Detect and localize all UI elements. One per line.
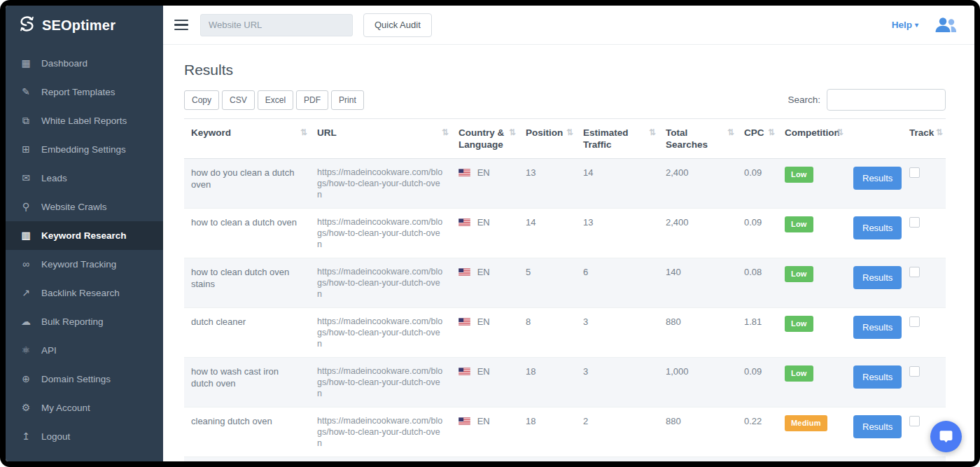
track-checkbox[interactable] [909, 167, 920, 178]
column-header-keyword[interactable]: Keyword⇅ [184, 119, 310, 159]
track-checkbox[interactable] [909, 217, 920, 228]
cpc-cell: 0.08 [737, 258, 778, 308]
hamburger-icon[interactable] [174, 20, 190, 31]
column-header-actions [846, 119, 902, 159]
sort-icon[interactable]: ⇅ [442, 127, 449, 139]
track-checkbox[interactable] [909, 366, 920, 377]
copy-export-button[interactable]: Copy [184, 90, 219, 110]
column-header-country-language[interactable]: Country & Language⇅ [451, 119, 519, 159]
column-header-total-searches[interactable]: Total Searches⇅ [659, 119, 737, 159]
column-header-cpc[interactable]: CPC⇅ [737, 119, 778, 159]
cpc-cell: 1.81 [737, 308, 778, 358]
website-url-input[interactable] [200, 14, 353, 36]
results-button[interactable]: Results [853, 216, 902, 239]
excel-export-button[interactable]: Excel [258, 90, 293, 110]
total-searches-cell: 2,400 [659, 159, 737, 209]
language-code: EN [477, 267, 490, 277]
track-cell [902, 358, 946, 407]
position-value: 14 [526, 217, 536, 228]
us-flag-icon [458, 268, 470, 276]
print-export-button[interactable]: Print [331, 90, 364, 110]
column-header-url[interactable]: URL⇅ [310, 119, 451, 159]
url-text: https://madeincookware.com/blogs/how-to-… [317, 216, 444, 250]
brand-logo[interactable]: SEOptimer [6, 6, 163, 45]
column-header-position[interactable]: Position⇅ [519, 119, 576, 159]
results-button[interactable]: Results [853, 365, 902, 389]
language-code: EN [477, 416, 490, 426]
search-input[interactable] [827, 89, 946, 111]
column-header-estimated-traffic[interactable]: Estimated Traffic⇅ [576, 119, 659, 159]
country-language-cell: EN [451, 209, 519, 258]
url-text: https://madeincookware.com/blogs/how-to-… [317, 266, 444, 300]
sidebar-item-dashboard[interactable]: ▦Dashboard [6, 49, 163, 78]
results-button[interactable]: Results [853, 316, 902, 339]
sidebar-item-label: White Label Reports [41, 115, 127, 127]
column-header-track[interactable]: Track⇅ [902, 119, 946, 159]
total-searches-cell: 2,400 [659, 209, 737, 258]
searches-value: 140 [666, 267, 681, 277]
position-cell: 5 [519, 258, 576, 308]
traffic-value: 14 [583, 167, 593, 178]
sort-icon[interactable]: ⇅ [300, 127, 307, 139]
sidebar-item-white-label-reports[interactable]: ⧉White Label Reports [6, 106, 163, 135]
estimated-traffic-cell: 13 [576, 209, 659, 258]
column-header-competition[interactable]: Competition⇅ [778, 119, 846, 159]
sidebar-item-keyword-research[interactable]: ▥Keyword Research [6, 221, 163, 250]
report-templates-icon: ✎ [20, 86, 32, 98]
sidebar-item-my-account[interactable]: ⚙My Account [6, 393, 163, 422]
sort-icon[interactable]: ⇅ [649, 127, 656, 139]
track-checkbox[interactable] [909, 267, 920, 277]
quick-audit-button[interactable]: Quick Audit [363, 13, 432, 37]
sort-icon[interactable]: ⇅ [727, 127, 734, 139]
country-language-cell: EN [451, 358, 519, 407]
topbar-right: Help ▾ [892, 16, 958, 34]
sidebar-item-keyword-tracking[interactable]: ∞Keyword Tracking [6, 250, 163, 279]
pdf-export-button[interactable]: PDF [296, 90, 328, 110]
sidebar-item-bulk-reporting[interactable]: ☁Bulk Reporting [6, 307, 163, 336]
sort-icon[interactable]: ⇅ [566, 127, 573, 139]
backlink-research-icon: ↗ [20, 287, 32, 299]
track-checkbox[interactable] [909, 416, 920, 426]
sort-icon[interactable]: ⇅ [936, 127, 943, 139]
position-cell: 14 [519, 209, 576, 258]
position-cell: 13 [519, 159, 576, 209]
sidebar-item-embedding-settings[interactable]: ⊞Embedding Settings [6, 135, 163, 164]
sidebar-item-leads[interactable]: ✉Leads [6, 164, 163, 193]
keyword-text: cleaning dutch oven [191, 416, 272, 426]
sort-icon[interactable]: ⇅ [768, 127, 775, 139]
track-cell [902, 308, 946, 358]
language-code: EN [477, 366, 490, 377]
sort-icon[interactable]: ⇅ [509, 127, 516, 139]
sidebar-item-website-crawls[interactable]: ⚲Website Crawls [6, 193, 163, 221]
country-language-cell: EN [451, 457, 519, 462]
total-searches-cell: 1,000 [659, 358, 737, 407]
sidebar-item-backlink-research[interactable]: ↗Backlink Research [6, 279, 163, 307]
sidebar-item-api[interactable]: ⚛API [6, 336, 163, 365]
competition-cell: Low [778, 308, 846, 358]
traffic-value: 6 [583, 267, 588, 277]
sidebar-item-label: Logout [41, 431, 70, 442]
position-cell: 76 [519, 457, 576, 462]
help-menu[interactable]: Help ▾ [892, 20, 918, 30]
column-label: Competition [785, 127, 840, 138]
results-button[interactable]: Results [853, 167, 902, 190]
sidebar-item-label: Website Crawls [41, 201, 107, 213]
sidebar-item-logout[interactable]: ↥Logout [6, 422, 163, 451]
results-button[interactable]: Results [853, 415, 902, 438]
track-cell [902, 209, 946, 258]
keyword-tracking-icon: ∞ [20, 258, 32, 270]
cpc-value: 0.09 [744, 217, 762, 228]
track-checkbox[interactable] [909, 316, 920, 327]
results-button[interactable]: Results [853, 266, 902, 289]
total-searches-cell: 1,300 [659, 457, 737, 462]
sidebar-item-report-templates[interactable]: ✎Report Templates [6, 78, 163, 106]
url-cell: https://madeincookware.com/blogs/how-to-… [310, 258, 451, 308]
chat-widget-button[interactable] [930, 421, 962, 452]
keyword-cell: dutch cleaner [184, 308, 310, 358]
sort-icon[interactable]: ⇅ [836, 127, 844, 139]
csv-export-button[interactable]: CSV [222, 90, 255, 110]
position-cell: 18 [519, 407, 576, 457]
user-account-icon[interactable] [934, 16, 958, 34]
sidebar-item-domain-settings[interactable]: ⊕Domain Settings [6, 365, 163, 393]
sidebar-item-label: Leads [41, 172, 67, 184]
